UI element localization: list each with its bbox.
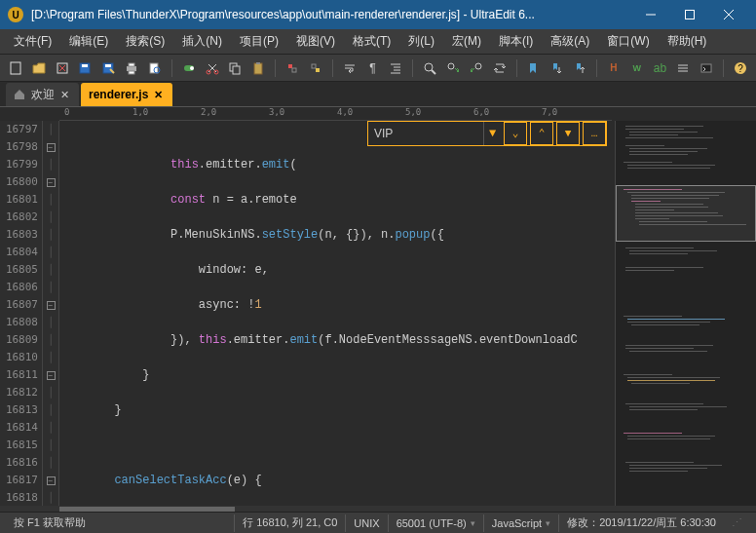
menu-project[interactable]: 项目(P) — [232, 30, 286, 53]
spell-icon[interactable]: ab — [651, 58, 670, 78]
menu-script[interactable]: 脚本(I) — [491, 30, 541, 53]
svg-rect-24 — [256, 62, 260, 64]
save-icon[interactable] — [75, 58, 94, 78]
svg-rect-1 — [686, 11, 695, 19]
svg-point-36 — [475, 63, 481, 69]
svg-rect-13 — [129, 63, 134, 66]
find-icon[interactable] — [420, 58, 439, 78]
whitespace-icon[interactable]: ¶ — [363, 58, 383, 78]
svg-rect-87 — [624, 433, 682, 434]
cut-icon[interactable] — [203, 58, 222, 78]
tab-close-icon[interactable]: ✕ — [154, 89, 163, 101]
print-preview-icon[interactable] — [145, 58, 165, 78]
menu-help[interactable]: 帮助(H) — [660, 30, 715, 53]
status-lineending[interactable]: UNIX — [345, 514, 387, 532]
search-dropdown-icon[interactable]: ▼ — [483, 122, 501, 145]
ruler: 0 1,0 2,0 3,0 4,0 5,0 6,0 7,0 — [59, 107, 612, 121]
search-next-icon[interactable]: ⌄ — [504, 122, 527, 145]
find-next-icon[interactable] — [443, 58, 463, 78]
svg-rect-68 — [625, 247, 694, 248]
close-button[interactable] — [709, 1, 748, 28]
mark-yellow-icon[interactable] — [306, 58, 325, 78]
new-file-icon[interactable] — [6, 58, 25, 78]
func-list-icon[interactable] — [673, 58, 693, 78]
terminal-icon[interactable] — [697, 58, 716, 78]
svg-rect-86 — [629, 409, 698, 410]
minimize-button[interactable] — [631, 1, 670, 28]
indent-icon[interactable] — [386, 58, 405, 78]
menu-macro[interactable]: 宏(M) — [444, 30, 489, 53]
copy-icon[interactable] — [225, 58, 245, 78]
minimap[interactable] — [615, 121, 756, 506]
saveas-icon[interactable] — [98, 58, 118, 78]
statusbar: 按 F1 获取帮助 行 16810, 列 21, C0 UNIX 65001 (… — [0, 512, 756, 533]
svg-rect-74 — [627, 319, 725, 320]
svg-rect-23 — [254, 63, 262, 74]
svg-rect-83 — [631, 383, 690, 384]
bookmark-prev-icon[interactable] — [570, 58, 589, 78]
search-filter-icon[interactable]: ▼ — [556, 122, 580, 145]
svg-rect-47 — [625, 137, 713, 138]
menu-edit[interactable]: 编辑(E) — [61, 30, 116, 53]
svg-rect-49 — [629, 148, 707, 149]
maximize-button[interactable] — [670, 1, 709, 28]
status-encoding[interactable]: 65001 (UTF-8)▾ — [388, 514, 483, 532]
menu-format[interactable]: 格式(T) — [345, 30, 398, 53]
svg-rect-27 — [312, 64, 316, 68]
svg-rect-12 — [127, 66, 136, 71]
paste-icon[interactable] — [248, 58, 268, 78]
help-icon[interactable]: ? — [731, 58, 750, 78]
status-position[interactable]: 行 16810, 列 21, C0 — [234, 514, 345, 532]
svg-rect-72 — [625, 270, 674, 271]
svg-rect-9 — [82, 64, 88, 67]
tab-renderer[interactable]: renderer.js ✕ — [81, 83, 172, 106]
toolbar-separator — [596, 59, 597, 77]
toolbar-separator — [171, 59, 172, 77]
svg-rect-53 — [627, 165, 715, 166]
replace-icon[interactable] — [490, 58, 510, 78]
status-resize-grip[interactable]: ⋰ — [724, 514, 750, 532]
svg-rect-85 — [629, 406, 727, 407]
print-icon[interactable] — [122, 58, 141, 78]
svg-rect-81 — [627, 377, 720, 378]
svg-rect-70 — [629, 253, 688, 254]
menu-view[interactable]: 视图(V) — [288, 30, 343, 53]
menu-column[interactable]: 列(L) — [400, 30, 442, 53]
svg-rect-80 — [624, 374, 672, 375]
menu-advanced[interactable]: 高级(A) — [543, 30, 597, 53]
html-icon[interactable]: H — [604, 58, 624, 78]
menu-search[interactable]: 搜索(S) — [118, 30, 172, 53]
menu-file[interactable]: 文件(F) — [6, 30, 59, 53]
svg-rect-44 — [625, 129, 684, 130]
titlebar: U [D:\Program Files\ThunderX\Program\res… — [0, 0, 756, 29]
toolbar-separator — [412, 59, 413, 77]
svg-rect-26 — [292, 68, 296, 72]
svg-rect-46 — [629, 134, 678, 135]
menu-insert[interactable]: 插入(N) — [174, 30, 230, 53]
mark-red-icon[interactable] — [283, 58, 302, 78]
code-editor[interactable]: ▼ ⌄ ⌃ ▼ … this.emitter.emit( const n = a… — [59, 121, 615, 506]
search-bar: ▼ ⌄ ⌃ ▼ … — [367, 121, 607, 146]
close-file-icon[interactable] — [53, 58, 72, 78]
chevron-down-icon: ▾ — [471, 518, 475, 528]
w3c-icon[interactable]: W — [627, 58, 647, 78]
search-prev-icon[interactable]: ⌃ — [530, 122, 553, 145]
svg-rect-45 — [629, 132, 698, 133]
fold-gutter[interactable]: │−│−││││││−│││−│││││−│ — [43, 121, 59, 506]
tab-welcome[interactable]: 欢迎 ✕ — [6, 83, 79, 106]
toggle-icon[interactable] — [179, 58, 199, 78]
menu-window[interactable]: 窗口(W) — [599, 30, 657, 53]
svg-rect-77 — [625, 345, 713, 346]
svg-line-34 — [432, 70, 435, 74]
status-language[interactable]: JavaScript▾ — [483, 514, 558, 532]
search-more-icon[interactable]: … — [583, 122, 606, 145]
bookmark-icon[interactable] — [523, 58, 543, 78]
svg-rect-25 — [288, 64, 292, 68]
search-input[interactable] — [368, 122, 483, 145]
open-file-icon[interactable] — [29, 58, 49, 78]
word-wrap-icon[interactable] — [340, 58, 359, 78]
tab-close-icon[interactable]: ✕ — [60, 89, 69, 101]
minimap-viewport[interactable] — [616, 185, 756, 242]
bookmark-next-icon[interactable] — [547, 58, 566, 78]
find-prev-icon[interactable] — [467, 58, 486, 78]
